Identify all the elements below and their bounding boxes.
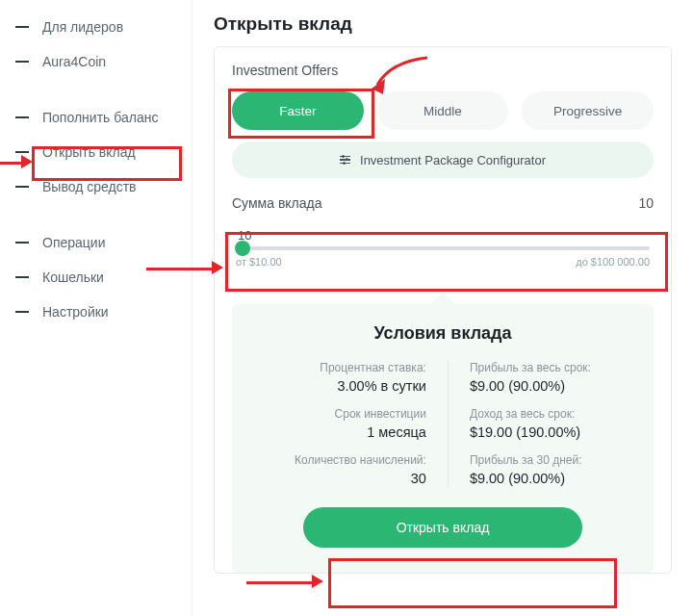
- term-value: $19.00 (190.00%): [470, 424, 591, 440]
- sidebar-item-aura4coin[interactable]: Aura4Coin: [0, 44, 192, 79]
- sidebar-item-label: Открыть вклад: [42, 144, 136, 160]
- dash-icon: [15, 116, 29, 118]
- dash-icon: [15, 151, 29, 153]
- slider-handle[interactable]: [235, 241, 250, 256]
- dash-icon: [15, 242, 29, 244]
- tab-faster[interactable]: Faster: [232, 91, 364, 130]
- term-label: Доход за весь срок:: [470, 407, 591, 421]
- sliders-icon: [340, 156, 350, 165]
- sidebar-item-leaders[interactable]: Для лидеров: [0, 10, 192, 44]
- dash-icon: [15, 186, 29, 188]
- sidebar-item-wallets[interactable]: Кошельки: [0, 260, 192, 295]
- term-label: Процентная ставка:: [295, 361, 426, 374]
- dash-icon: [15, 26, 29, 28]
- amount-slider[interactable]: 10 от $10.00 до $100 000.00: [232, 220, 654, 273]
- term-label: Количество начислений:: [295, 453, 426, 467]
- sidebar-item-operations[interactable]: Операции: [0, 225, 192, 260]
- sidebar-item-label: Операции: [42, 235, 106, 250]
- term-value: 3.00% в сутки: [295, 378, 426, 394]
- slider-max: до $100 000.00: [576, 256, 650, 268]
- sidebar-item-label: Для лидеров: [42, 19, 123, 35]
- sidebar-item-label: Вывод средств: [42, 179, 137, 194]
- dash-icon: [15, 311, 29, 313]
- term-label: Срок инвестиции: [295, 407, 426, 421]
- sidebar-item-label: Кошельки: [42, 270, 104, 285]
- open-deposit-button[interactable]: Открыть вклад: [303, 507, 582, 548]
- terms-title: Условия вклада: [249, 323, 636, 344]
- sidebar-item-withdraw[interactable]: Вывод средств: [0, 169, 192, 204]
- investment-card: Investment Offers Faster Middle Progress…: [214, 46, 672, 574]
- offer-tabs: Faster Middle Progressive: [232, 91, 654, 130]
- slider-track[interactable]: [236, 246, 650, 250]
- tab-progressive[interactable]: Progressive: [522, 91, 654, 130]
- sidebar-item-label: Пополнить баланс: [42, 110, 158, 125]
- offers-label: Investment Offers: [232, 63, 654, 78]
- sidebar-item-deposit-balance[interactable]: Пополнить баланс: [0, 100, 192, 135]
- dash-icon: [15, 61, 29, 63]
- term-label: Прибыль за 30 дней:: [470, 453, 591, 467]
- slider-range-labels: от $10.00 до $100 000.00: [236, 256, 650, 268]
- term-value: $9.00 (90.00%): [470, 471, 591, 486]
- amount-row: Сумма вклада 10: [232, 195, 654, 211]
- tab-middle[interactable]: Middle: [377, 91, 509, 130]
- sidebar-item-label: Настройки: [42, 304, 109, 320]
- term-value: $9.00 (90.00%): [470, 378, 591, 394]
- dash-icon: [15, 276, 29, 278]
- terms-panel: Условия вклада Процентная ставка: 3.00% …: [232, 304, 654, 573]
- term-value: 30: [295, 471, 426, 486]
- page-title: Открыть вклад: [214, 13, 672, 35]
- configurator-label: Investment Package Configurator: [360, 153, 546, 167]
- main-content: Открыть вклад Investment Offers Faster M…: [192, 0, 693, 616]
- sidebar-item-label: Aura4Coin: [42, 54, 106, 69]
- amount-value: 10: [638, 195, 654, 211]
- sidebar-item-settings[interactable]: Настройки: [0, 295, 192, 329]
- slider-min: от $10.00: [236, 256, 282, 268]
- term-value: 1 месяца: [295, 424, 426, 440]
- amount-label: Сумма вклада: [232, 195, 322, 211]
- sidebar: Для лидеров Aura4Coin Пополнить баланс О…: [0, 0, 192, 616]
- package-configurator-button[interactable]: Investment Package Configurator: [232, 141, 654, 178]
- slider-current-value: 10: [236, 228, 650, 243]
- term-label: Прибыль за весь срок:: [470, 361, 591, 374]
- sidebar-item-open-deposit[interactable]: Открыть вклад: [0, 135, 192, 169]
